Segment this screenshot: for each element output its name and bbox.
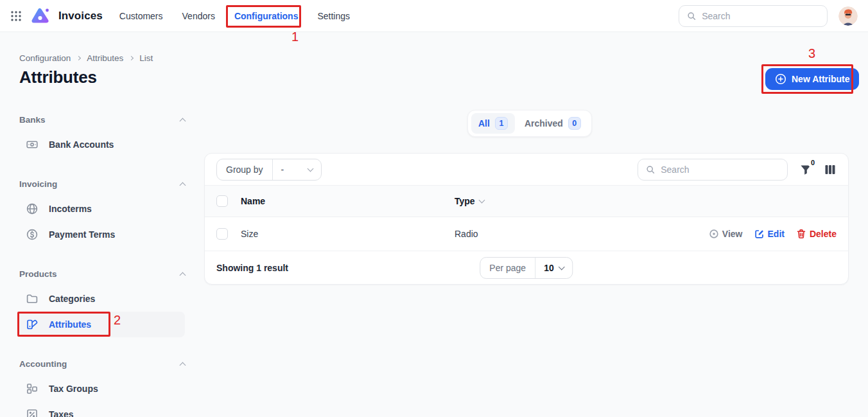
- chevron-right-icon: [129, 56, 134, 60]
- sidebar-section-products: Products Categories Attributes: [19, 267, 185, 337]
- column-header-type[interactable]: Type: [455, 196, 837, 206]
- sidebar-section-invoicing: Invoicing Incoterms Payment Ter: [19, 177, 185, 247]
- app-name: Invoices: [58, 10, 103, 22]
- breadcrumb-list: List: [139, 53, 153, 63]
- nav-settings[interactable]: Settings: [317, 11, 350, 21]
- chevron-up-icon: [180, 182, 186, 188]
- sidebar-item-attributes[interactable]: Attributes: [19, 312, 185, 337]
- banknote-icon: [26, 138, 39, 151]
- dollar-circle-icon: [26, 228, 39, 241]
- cell-name: Size: [241, 229, 455, 239]
- chevron-up-icon: [180, 118, 186, 124]
- select-all-checkbox[interactable]: [216, 195, 228, 207]
- table-header-row: Name Type: [205, 186, 848, 217]
- annotation-number-3: 3: [808, 46, 815, 61]
- breadcrumb: Configuration Attributes List: [19, 53, 153, 63]
- folder-icon: [26, 292, 39, 305]
- main-nav: Customers Vendors Configurations Setting…: [119, 11, 350, 21]
- squares-icon: [26, 382, 39, 395]
- nav-customers[interactable]: Customers: [119, 11, 163, 21]
- filter-count-badge: 0: [808, 157, 818, 168]
- sidebar-item-taxes[interactable]: Taxes: [19, 402, 185, 417]
- sort-chevron-icon: [478, 197, 485, 204]
- tab-archived[interactable]: Archived 0: [517, 113, 588, 134]
- tab-all[interactable]: All 1: [471, 113, 515, 134]
- table-search[interactable]: [638, 159, 788, 181]
- filter-button[interactable]: 0: [799, 163, 812, 176]
- columns-icon: [824, 163, 837, 176]
- percent-box-icon: [26, 408, 39, 417]
- page-title: Attributes: [19, 67, 97, 87]
- attributes-table-card: Group by - 0: [204, 153, 849, 285]
- table-footer: Showing 1 result Per page 10: [205, 251, 848, 285]
- column-header-name: Name: [241, 196, 455, 206]
- breadcrumb-configuration[interactable]: Configuration: [19, 53, 71, 63]
- nav-vendors[interactable]: Vendors: [182, 11, 215, 21]
- sidebar-section-accounting: Accounting Tax Groups Taxes: [19, 357, 185, 417]
- archive-tabs: All 1 Archived 0: [467, 110, 592, 137]
- chevron-down-icon: [308, 165, 314, 172]
- sidebar-item-tax-groups[interactable]: Tax Groups: [19, 376, 185, 402]
- row-checkbox[interactable]: [216, 228, 228, 240]
- sidebar-section-banks: Banks Bank Accounts: [19, 113, 185, 157]
- global-search-input[interactable]: [702, 11, 819, 21]
- table-toolbar: Group by - 0: [205, 154, 848, 186]
- per-page-select[interactable]: Per page 10: [480, 257, 573, 279]
- search-icon: [687, 11, 696, 21]
- breadcrumb-attributes[interactable]: Attributes: [87, 53, 123, 63]
- trash-icon: [796, 229, 806, 239]
- globe-icon: [26, 202, 39, 215]
- nav-configurations[interactable]: Configurations: [234, 11, 299, 21]
- group-by-select[interactable]: Group by -: [216, 159, 322, 181]
- sidebar-section-header-invoicing[interactable]: Invoicing: [19, 177, 185, 190]
- sidebar-item-categories[interactable]: Categories: [19, 286, 185, 312]
- user-avatar[interactable]: [838, 6, 858, 26]
- swatches-icon: [26, 318, 39, 331]
- config-sidebar: Banks Bank Accounts Invoicing: [19, 113, 185, 417]
- pencil-square-icon: [754, 229, 765, 239]
- sidebar-section-header-accounting[interactable]: Accounting: [19, 357, 185, 370]
- result-summary: Showing 1 result: [216, 263, 288, 273]
- eye-icon: [709, 229, 719, 239]
- table-search-input[interactable]: [661, 164, 779, 175]
- sidebar-section-header-products[interactable]: Products: [19, 267, 185, 280]
- tab-all-count-badge: 1: [495, 117, 508, 130]
- delete-button[interactable]: Delete: [796, 229, 837, 239]
- top-navbar: Invoices Customers Vendors Configuration…: [0, 0, 868, 32]
- global-search[interactable]: [679, 5, 828, 27]
- row-actions: View Edit Delete: [709, 229, 837, 239]
- plus-circle-icon: [775, 73, 786, 85]
- new-attribute-button[interactable]: New Attribute: [765, 68, 859, 90]
- sidebar-item-incoterms[interactable]: Incoterms: [19, 196, 185, 222]
- edit-button[interactable]: Edit: [754, 229, 785, 239]
- tab-archived-count-badge: 0: [568, 117, 581, 130]
- chevron-up-icon: [180, 362, 186, 368]
- app-launcher-icon[interactable]: [10, 10, 22, 22]
- toggle-columns-button[interactable]: [824, 163, 837, 176]
- chevron-down-icon: [559, 264, 565, 271]
- view-button[interactable]: View: [709, 229, 743, 239]
- cell-type: Radio: [455, 229, 709, 239]
- sidebar-section-header-banks[interactable]: Banks: [19, 113, 185, 126]
- sidebar-item-bank-accounts[interactable]: Bank Accounts: [19, 132, 185, 157]
- app-logo-icon: [31, 7, 49, 25]
- chevron-right-icon: [76, 56, 81, 60]
- search-icon: [646, 164, 655, 175]
- sidebar-item-payment-terms[interactable]: Payment Terms: [19, 222, 185, 247]
- table-row: Size Radio View Edit: [205, 217, 848, 251]
- chevron-up-icon: [180, 272, 186, 278]
